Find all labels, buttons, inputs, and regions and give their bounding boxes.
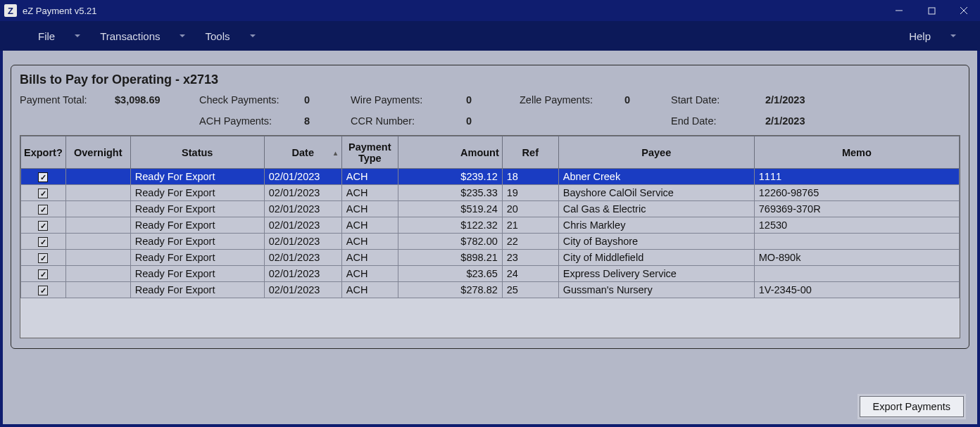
cell-export[interactable] [21, 201, 66, 217]
cell-overnight[interactable] [65, 234, 130, 250]
payments-table[interactable]: Export? Overnight Status Date▴ Payment T… [20, 136, 960, 298]
export-checkbox[interactable] [38, 172, 48, 182]
menu-transactions[interactable]: Transactions [90, 26, 195, 46]
cell-payment-type[interactable]: ACH [341, 282, 398, 298]
cell-payee[interactable]: Bayshore CalOil Service [558, 185, 754, 201]
table-row[interactable]: Ready For Export02/01/2023ACH$519.2420Ca… [21, 201, 960, 217]
col-status[interactable]: Status [130, 136, 264, 169]
cell-amount[interactable]: $519.24 [398, 201, 502, 217]
table-row[interactable]: Ready For Export02/01/2023ACH$239.1218Ab… [21, 169, 960, 185]
cell-ref[interactable]: 18 [502, 169, 558, 185]
close-button[interactable] [948, 0, 980, 21]
cell-payment-type[interactable]: ACH [341, 266, 398, 282]
table-row[interactable]: Ready For Export02/01/2023ACH$23.6524Exp… [21, 266, 960, 282]
cell-payee[interactable]: Gussman's Nursery [558, 282, 754, 298]
cell-date[interactable]: 02/01/2023 [264, 217, 341, 234]
cell-memo[interactable]: 1111 [754, 169, 959, 185]
cell-status[interactable]: Ready For Export [130, 201, 264, 217]
cell-payment-type[interactable]: ACH [341, 185, 398, 201]
cell-ref[interactable]: 25 [502, 282, 558, 298]
maximize-button[interactable] [915, 0, 948, 21]
export-checkbox[interactable] [38, 237, 48, 247]
cell-ref[interactable]: 22 [502, 234, 558, 250]
col-payee[interactable]: Payee [558, 136, 754, 169]
col-export[interactable]: Export? [21, 136, 66, 169]
cell-amount[interactable]: $23.65 [398, 266, 502, 282]
cell-status[interactable]: Ready For Export [130, 185, 264, 201]
cell-export[interactable] [21, 234, 66, 250]
export-checkbox[interactable] [38, 189, 48, 198]
cell-ref[interactable]: 20 [502, 201, 558, 217]
cell-status[interactable]: Ready For Export [130, 217, 264, 234]
col-memo[interactable]: Memo [754, 136, 959, 169]
cell-memo[interactable]: 12530 [754, 217, 959, 234]
cell-date[interactable]: 02/01/2023 [264, 282, 341, 298]
cell-amount[interactable]: $278.82 [398, 282, 502, 298]
minimize-button[interactable] [883, 0, 915, 21]
cell-amount[interactable]: $898.21 [398, 250, 502, 266]
table-row[interactable]: Ready For Export02/01/2023ACH$898.2123Ci… [21, 250, 960, 266]
cell-payment-type[interactable]: ACH [341, 217, 398, 234]
cell-ref[interactable]: 23 [502, 250, 558, 266]
cell-memo[interactable]: 769369-370R [754, 201, 959, 217]
export-payments-button[interactable]: Export Payments [860, 396, 964, 417]
cell-payee[interactable]: Cal Gas & Electric [558, 201, 754, 217]
col-overnight[interactable]: Overnight [65, 136, 130, 169]
table-row[interactable]: Ready For Export02/01/2023ACH$782.0022Ci… [21, 234, 960, 250]
cell-memo[interactable] [754, 234, 959, 250]
cell-export[interactable] [21, 169, 66, 185]
col-amount[interactable]: Amount [398, 136, 502, 169]
cell-overnight[interactable] [65, 217, 130, 234]
menu-tools[interactable]: Tools [195, 26, 265, 46]
cell-payee[interactable]: City of Bayshore [558, 234, 754, 250]
menu-file[interactable]: File [28, 26, 90, 46]
export-checkbox[interactable] [38, 286, 48, 295]
cell-amount[interactable]: $235.33 [398, 185, 502, 201]
cell-memo[interactable]: MO-890k [754, 250, 959, 266]
cell-amount[interactable]: $239.12 [398, 169, 502, 185]
cell-export[interactable] [21, 282, 66, 298]
cell-payment-type[interactable]: ACH [341, 234, 398, 250]
col-date[interactable]: Date▴ [264, 136, 341, 169]
table-row[interactable]: Ready For Export02/01/2023ACH$235.3319Ba… [21, 185, 960, 201]
cell-payee[interactable]: City of Middlefield [558, 250, 754, 266]
cell-payment-type[interactable]: ACH [341, 201, 398, 217]
cell-export[interactable] [21, 266, 66, 282]
cell-status[interactable]: Ready For Export [130, 169, 264, 185]
export-checkbox[interactable] [38, 269, 48, 279]
cell-payment-type[interactable]: ACH [341, 250, 398, 266]
cell-export[interactable] [21, 217, 66, 234]
cell-overnight[interactable] [65, 169, 130, 185]
cell-amount[interactable]: $782.00 [398, 234, 502, 250]
cell-date[interactable]: 02/01/2023 [264, 234, 341, 250]
cell-ref[interactable]: 21 [502, 217, 558, 234]
cell-date[interactable]: 02/01/2023 [264, 250, 341, 266]
cell-status[interactable]: Ready For Export [130, 266, 264, 282]
export-checkbox[interactable] [38, 253, 48, 263]
cell-date[interactable]: 02/01/2023 [264, 266, 341, 282]
cell-payment-type[interactable]: ACH [341, 169, 398, 185]
cell-overnight[interactable] [65, 282, 130, 298]
cell-memo[interactable] [754, 266, 959, 282]
cell-memo[interactable]: 1V-2345-00 [754, 282, 959, 298]
cell-overnight[interactable] [65, 250, 130, 266]
cell-amount[interactable]: $122.32 [398, 217, 502, 234]
cell-overnight[interactable] [65, 201, 130, 217]
cell-status[interactable]: Ready For Export [130, 250, 264, 266]
cell-overnight[interactable] [65, 185, 130, 201]
cell-ref[interactable]: 24 [502, 266, 558, 282]
cell-payee[interactable]: Chris Markley [558, 217, 754, 234]
cell-status[interactable]: Ready For Export [130, 282, 264, 298]
col-payment-type[interactable]: Payment Type [341, 136, 398, 169]
menu-help[interactable]: Help [899, 26, 966, 46]
cell-date[interactable]: 02/01/2023 [264, 169, 341, 185]
cell-payee[interactable]: Express Delivery Service [558, 266, 754, 282]
cell-overnight[interactable] [65, 266, 130, 282]
export-checkbox[interactable] [38, 221, 48, 231]
cell-ref[interactable]: 19 [502, 185, 558, 201]
cell-export[interactable] [21, 185, 66, 201]
table-row[interactable]: Ready For Export02/01/2023ACH$278.8225Gu… [21, 282, 960, 298]
cell-date[interactable]: 02/01/2023 [264, 201, 341, 217]
cell-memo[interactable]: 12260-98765 [754, 185, 959, 201]
cell-payee[interactable]: Abner Creek [558, 169, 754, 185]
